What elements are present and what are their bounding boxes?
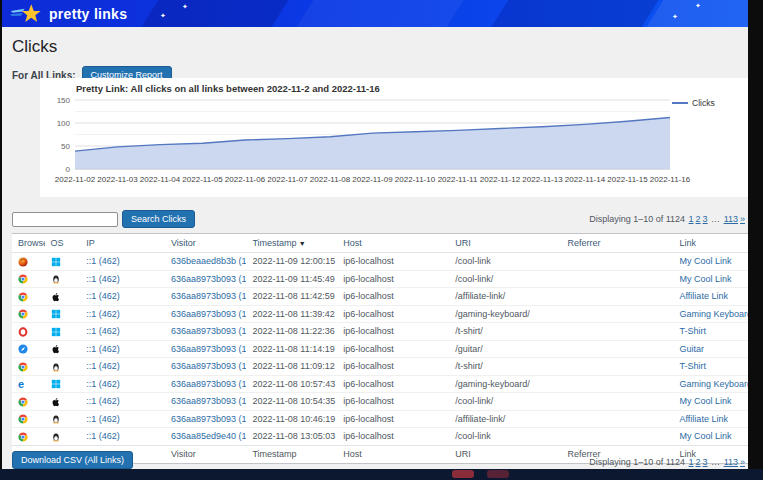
timestamp-value: 2022-11-09 12:00:15 [252,256,335,266]
host-value: ip6-localhost [343,344,394,354]
page-link-3[interactable]: 3 [703,457,708,467]
apple-icon [51,344,61,354]
table-toolbar: Search Clicks Displaying 1–10 of 1124 12… [12,210,746,228]
sort-column-link[interactable]: Link [680,238,697,248]
pretty-link[interactable]: T-Shirt [680,361,707,371]
ip-link[interactable]: ::1 (462) [86,379,120,389]
page-link-3[interactable]: 3 [703,214,708,224]
click-row: ::1 (462)636aa8973b093 (1)2022-11-08 11:… [12,323,748,341]
ip-link[interactable]: ::1 (462) [86,256,120,266]
pretty-link[interactable]: Gaming Keyboard [680,379,748,389]
ip-link[interactable]: ::1 (462) [86,396,120,406]
timestamp-value: 2022-11-08 10:54:35 [252,396,335,406]
ip-link[interactable]: ::1 (462) [86,431,120,441]
pretty-link[interactable]: Guitar [680,344,705,354]
visitor-link[interactable]: 636aa8973b093 (1) [171,379,247,389]
svg-text:2022-11-15: 2022-11-15 [607,175,648,184]
pretty-link[interactable]: My Cool Link [680,431,732,441]
visitor-link[interactable]: 636aa8973b093 (1) [171,396,247,406]
pretty-link[interactable]: Affiliate Link [680,291,728,301]
visitor-link[interactable]: 636aa8973b093 (1) [171,309,247,319]
host-value: ip6-localhost [343,379,394,389]
pretty-link[interactable]: My Cool Link [680,274,732,284]
visitor-link[interactable]: 636aa8973b093 (1) [171,326,247,336]
pagination-summary: Displaying 1–10 of 1124 [589,214,685,224]
uri-value: /cool-link/ [455,396,493,406]
sort-column-visitor[interactable]: Visitor [171,238,196,248]
timestamp-value: 2022-11-08 10:46:19 [252,414,335,424]
click-row: ::1 (462)636aa85ed9e40 (1)2022-11-08 13:… [12,428,748,446]
pretty-link[interactable]: My Cool Link [680,396,732,406]
chrome-icon [18,309,28,319]
svg-text:50: 50 [61,142,70,151]
host-value: ip6-localhost [343,414,394,424]
page-link-2[interactable]: 2 [696,214,701,224]
pretty-link[interactable]: Gaming Keyboard [680,309,748,319]
ip-link[interactable]: ::1 (462) [86,274,120,284]
page-ellipsis: … [709,457,723,467]
ip-link[interactable]: ::1 (462) [86,361,120,371]
sparkle-icon: ✦ [160,12,166,19]
sort-column-ip[interactable]: IP [86,238,95,248]
opera-icon [18,327,28,337]
ip-link[interactable]: ::1 (462) [86,291,120,301]
timestamp-value: 2022-11-08 11:22:36 [252,326,334,336]
linux-icon [51,432,61,442]
timestamp-value: 2022-11-08 11:14:19 [252,344,334,354]
visitor-link[interactable]: 636beaaed8b3b (1) [171,256,247,266]
page-link-1[interactable]: 1 [689,214,694,224]
pretty-link[interactable]: T-Shirt [680,326,707,336]
visitor-link[interactable]: 636aa8973b093 (1) [171,291,247,301]
taskbar-item[interactable] [487,470,509,478]
download-csv-button[interactable]: Download CSV (All Links) [12,451,133,469]
clicks-chart: Pretty Link: All clicks on all links bet… [40,78,748,197]
next-page-link[interactable]: » [740,457,745,467]
ip-link[interactable]: ::1 (462) [86,309,120,319]
search-clicks-button[interactable]: Search Clicks [122,210,195,228]
ip-link[interactable]: ::1 (462) [86,344,120,354]
page-link-2[interactable]: 2 [696,457,701,467]
visitor-link[interactable]: 636aa8973b093 (1) [171,344,247,354]
svg-text:2022-11-12: 2022-11-12 [480,175,521,184]
page-link-1[interactable]: 1 [689,457,694,467]
windows-icon [51,379,61,389]
page-link-last[interactable]: 113 [724,214,738,224]
svg-text:2022-11-08: 2022-11-08 [310,175,351,184]
uri-value: /cool-link/ [455,274,493,284]
sort-column-timestamp[interactable]: Timestamp [252,238,296,248]
timestamp-value: 2022-11-08 10:57:43 [252,379,335,389]
chrome-icon [18,292,28,302]
sort-column-uri[interactable]: URI [455,238,471,248]
visitor-link[interactable]: 636aa85ed9e40 (1) [171,431,247,441]
banner-stripe [489,0,661,27]
logo-wordmark: pretty links [49,6,127,22]
sort-column-referrer[interactable]: Referrer [567,238,600,248]
search-input[interactable] [12,212,118,227]
chrome-icon [18,362,28,372]
admin-content: Clicks For All Links: Customize Report P… [2,27,748,469]
click-row: ::1 (462)636aa8973b093 (1)2022-11-08 11:… [12,305,748,323]
visitor-link[interactable]: 636aa8973b093 (1) [171,414,247,424]
page-link-last[interactable]: 113 [724,457,738,467]
linux-icon [51,274,61,284]
screen-left-edge [0,0,2,469]
ip-link[interactable]: ::1 (462) [86,414,120,424]
next-page-link[interactable]: » [740,214,745,224]
ip-link[interactable]: ::1 (462) [86,326,120,336]
pretty-link[interactable]: My Cool Link [680,256,732,266]
pretty-link[interactable]: Affiliate Link [680,414,728,424]
sort-column-host[interactable]: Host [343,238,362,248]
svg-text:150: 150 [57,96,71,105]
sort-column-os[interactable]: OS [51,238,64,248]
clicks-table: BrowserOSIPVisitorTimestamp▼HostURIRefer… [12,234,748,463]
pagination-summary: Displaying 1–10 of 1124 [589,457,685,467]
click-row: ::1 (462)636aa8973b093 (1)2022-11-08 10:… [12,410,748,428]
taskbar-item[interactable] [452,470,474,478]
visitor-link[interactable]: 636aa8973b093 (1) [171,274,247,284]
sort-column-browser[interactable]: Browser [18,238,45,248]
uri-value: /t-shirt/ [455,326,483,336]
svg-text:2022-11-10: 2022-11-10 [395,175,436,184]
svg-text:2022-11-11: 2022-11-11 [438,175,478,184]
visitor-link[interactable]: 636aa8973b093 (1) [171,361,247,371]
page-ellipsis: … [709,214,723,224]
